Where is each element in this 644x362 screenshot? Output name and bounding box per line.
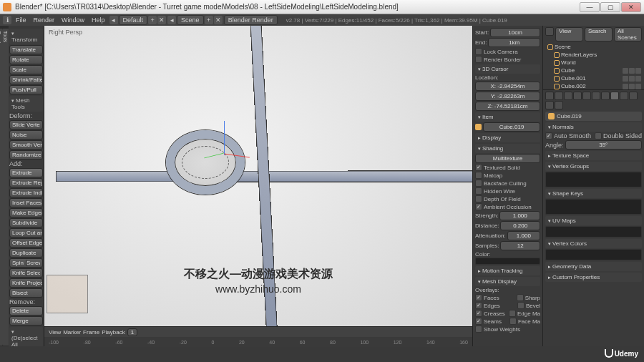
close-button[interactable]: ✕ (621, 2, 641, 12)
outliner-filter[interactable]: All Scenes (614, 27, 642, 41)
outliner-item[interactable]: Cube.001 (545, 74, 642, 82)
dof-checkbox[interactable] (475, 195, 482, 202)
panel-geometry-data[interactable]: Geometry Data (545, 262, 642, 271)
shrink-fatten-button[interactable]: Shrink/Fatten (9, 75, 43, 84)
tab-constraints-icon[interactable] (592, 92, 600, 100)
hidden-wire-checkbox[interactable] (475, 187, 482, 195)
timeline-ruler[interactable]: -100-80-60-40-20020406080100120140160 (44, 337, 472, 347)
item-name-field[interactable]: Cube.019 (483, 122, 540, 132)
bisect-button[interactable]: Bisect (9, 288, 43, 298)
end-field[interactable]: 1km (488, 38, 540, 47)
ao-checkbox[interactable] (475, 203, 482, 210)
lock-camera-checkbox[interactable] (475, 48, 482, 55)
knife-select-buttons[interactable]: KnifeSelect (9, 268, 43, 278)
inset-faces-button[interactable]: Inset Faces (9, 198, 43, 207)
panel-shape-keys[interactable]: Shape Keys (545, 189, 642, 198)
minimize-button[interactable]: — (580, 2, 600, 12)
outliner-editor-icon[interactable] (545, 27, 554, 36)
outliner-scene[interactable]: Scene (545, 43, 642, 51)
seams-checkbox[interactable] (475, 318, 482, 325)
tab-scene-icon[interactable] (564, 92, 572, 100)
start-field[interactable]: 10cm (490, 28, 540, 37)
panel-vertex-groups[interactable]: Vertex Groups (545, 162, 642, 171)
panel-transform[interactable]: Transform (9, 29, 43, 44)
noise-button[interactable]: Noise (9, 130, 43, 140)
extrude-region-button[interactable]: Extrude Region (9, 178, 43, 187)
panel-item[interactable]: Item (475, 112, 540, 122)
outliner-world[interactable]: World (545, 59, 642, 67)
autosmooth-checkbox[interactable] (545, 132, 552, 140)
layout-add-icon[interactable]: + (148, 16, 157, 24)
spin-screw-buttons[interactable]: SpinScrew (9, 258, 43, 268)
atten-field[interactable]: 1.000 (507, 231, 540, 240)
randomize-button[interactable]: Randomize (9, 150, 43, 160)
outliner-item[interactable]: Cube.002 (545, 82, 642, 90)
faces-checkbox[interactable] (475, 294, 482, 301)
viewport-area[interactable]: Right Persp 不移之火—动漫游戏美术资源 www.byzhihuo.c… (44, 26, 472, 335)
panel-motion-tracking[interactable]: Motion Tracking (475, 266, 540, 275)
knife-project-button[interactable]: Knife Project (9, 278, 43, 288)
panel-display[interactable]: Display (475, 133, 540, 142)
menu-render[interactable]: Render (31, 16, 58, 24)
distance-field[interactable]: 0.200 (500, 221, 540, 230)
edgema-checkbox[interactable] (509, 310, 516, 317)
panel-vertex-colors[interactable]: Vertex Colors (545, 239, 642, 248)
cursor-z-field[interactable]: Z: -74.52181cm (475, 102, 540, 111)
layout-del-icon[interactable]: ✕ (157, 16, 166, 24)
current-frame-field[interactable]: 1 (127, 328, 137, 336)
editor-type-icon[interactable]: ℹ (3, 16, 11, 24)
scene-add-icon[interactable]: + (205, 16, 213, 24)
translate-button[interactable]: Translate (9, 45, 43, 54)
panel-custom-properties[interactable]: Custom Properties (545, 273, 642, 282)
slide-buttons[interactable]: Slide EdVertex (9, 120, 43, 129)
push-pull-button[interactable]: Push/Pull (9, 85, 43, 94)
scene-dropdown[interactable]: Scene (177, 15, 204, 25)
panel-mesh-tools[interactable]: Mesh Tools (9, 96, 43, 112)
panel-shading[interactable]: Shading (475, 144, 540, 153)
creases-checkbox[interactable] (475, 310, 482, 317)
tab-texture-icon[interactable] (629, 92, 638, 100)
maximize-button[interactable]: ▢ (600, 2, 620, 12)
cursor-x-field[interactable]: X: -2.94254m (475, 82, 540, 91)
extrude-individual-button[interactable]: Extrude Individual (9, 188, 43, 197)
data-breadcrumb[interactable]: Cube.019 (545, 112, 642, 121)
vertex-groups-list[interactable] (545, 172, 642, 187)
scale-button[interactable]: Scale (9, 65, 43, 74)
delete-button[interactable]: Delete (9, 306, 43, 315)
make-edge-face-button[interactable]: Make Edge/Face (9, 208, 43, 217)
layout-prev-icon[interactable]: ◂ (109, 16, 118, 24)
strength-field[interactable]: 1.000 (499, 211, 540, 220)
scene-browse-icon[interactable]: ◂ (167, 16, 176, 24)
menu-file[interactable]: File (13, 16, 29, 24)
layout-dropdown[interactable]: Default (119, 15, 148, 25)
panel-uv-maps[interactable]: UV Maps (545, 216, 642, 225)
panel-mesh-display[interactable]: Mesh Display (475, 277, 540, 286)
panel-normals[interactable]: Normals (545, 122, 642, 132)
samples-field[interactable]: 12 (500, 241, 540, 250)
panel-texture-space[interactable]: Texture Space (545, 151, 642, 160)
render-border-checkbox[interactable] (475, 56, 482, 63)
extrude-button[interactable]: Extrude (9, 168, 43, 177)
subdivide-button[interactable]: Subdivide (9, 218, 43, 228)
multitexture-button[interactable]: Multitexture (475, 154, 540, 163)
vertex-colors-list[interactable] (545, 249, 642, 260)
rotate-button[interactable]: Rotate (9, 55, 43, 64)
show-weights-checkbox[interactable] (475, 326, 482, 333)
angle-field[interactable]: 35° (565, 140, 642, 150)
menu-help[interactable]: Help (89, 16, 108, 24)
smooth-vertex-button[interactable]: Smooth Vertex (9, 140, 43, 150)
cursor-y-field[interactable]: Y: -2.82263m (475, 92, 540, 101)
offset-edge-slide-button[interactable]: Offset Edge Slide (9, 238, 43, 248)
backface-checkbox[interactable] (475, 180, 482, 187)
facema-checkbox[interactable] (509, 318, 517, 325)
panel-3d-cursor[interactable]: 3D Cursor (475, 64, 540, 74)
tab-particles-icon[interactable] (545, 101, 554, 109)
uv-maps-list[interactable] (545, 226, 642, 238)
outliner-view-dropdown[interactable]: View (555, 27, 583, 41)
tab-tools[interactable]: Tools (2, 29, 9, 346)
outliner-renderlayers[interactable]: RenderLayers (545, 51, 642, 59)
tab-material-icon[interactable] (620, 92, 628, 100)
duplicate-button[interactable]: Duplicate (9, 248, 43, 258)
textured-solid-checkbox[interactable] (475, 164, 482, 171)
scene-del-icon[interactable]: ✕ (214, 16, 223, 24)
